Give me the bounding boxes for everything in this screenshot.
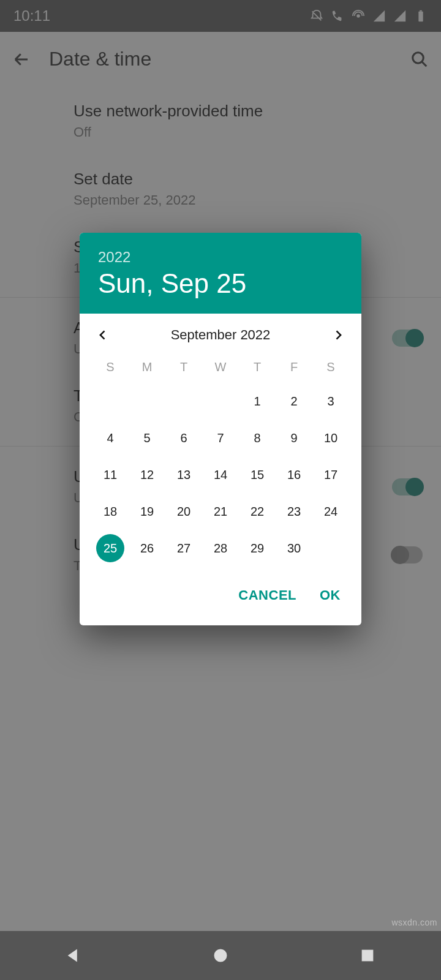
selected-date-headline[interactable]: Sun, Sep 25 [98,268,343,299]
weekday-label: T [165,352,202,383]
calendar-day[interactable]: 27 [165,530,202,567]
calendar-week: 45678910 [92,420,349,456]
ok-button[interactable]: OK [310,579,350,612]
calendar-empty [165,383,202,420]
date-picker-dialog: 2022 Sun, Sep 25 September 2022 SMTWTFS … [80,233,361,625]
calendar-day[interactable]: 2 [276,383,312,420]
weekday-label: S [312,352,349,383]
calendar-day[interactable]: 7 [202,420,239,456]
calendar-week: 123 [92,383,349,420]
calendar-day[interactable]: 4 [92,420,129,456]
calendar-day[interactable]: 15 [239,456,276,493]
calendar-day[interactable]: 5 [129,420,165,456]
weekday-label: T [239,352,276,383]
weekday-label: S [92,352,129,383]
calendar-day[interactable]: 18 [92,493,129,530]
cancel-button[interactable]: CANCEL [227,579,307,612]
calendar-empty [129,383,165,420]
weekday-label: W [202,352,239,383]
calendar-day[interactable]: 24 [312,493,349,530]
calendar-empty [92,383,129,420]
calendar-day[interactable]: 25 [96,534,124,562]
system-nav-bar [0,931,441,980]
calendar-empty [202,383,239,420]
calendar-day[interactable]: 30 [276,530,312,567]
calendar-day[interactable]: 22 [239,493,276,530]
calendar-day[interactable]: 26 [129,530,165,567]
calendar-day[interactable]: 10 [312,420,349,456]
calendar-day[interactable]: 29 [239,530,276,567]
calendar-day[interactable]: 28 [202,530,239,567]
calendar-day[interactable]: 20 [165,493,202,530]
month-navigator: September 2022 [80,314,361,345]
calendar-day[interactable]: 14 [202,456,239,493]
calendar-day[interactable]: 3 [312,383,349,420]
prev-month-button[interactable] [97,329,109,341]
calendar-week: 252627282930 [92,530,349,567]
calendar-day[interactable]: 19 [129,493,165,530]
nav-recent-icon[interactable] [359,947,376,964]
weekday-label: F [276,352,312,383]
next-month-button[interactable] [332,329,344,341]
calendar-day[interactable]: 1 [239,383,276,420]
calendar-week: 11121314151617 [92,456,349,493]
calendar-grid: SMTWTFS 12345678910111213141516171819202… [80,345,361,567]
watermark: wsxdn.com [391,918,437,927]
calendar-day[interactable]: 6 [165,420,202,456]
svg-rect-5 [362,950,374,962]
dialog-actions: CANCEL OK [80,567,361,625]
weekday-label: M [129,352,165,383]
month-year-label: September 2022 [171,327,271,343]
calendar-day[interactable]: 21 [202,493,239,530]
calendar-day[interactable]: 17 [312,456,349,493]
calendar-day[interactable]: 16 [276,456,312,493]
calendar-day[interactable]: 23 [276,493,312,530]
weekday-header: SMTWTFS [92,352,349,383]
dialog-header: 2022 Sun, Sep 25 [80,233,361,314]
svg-point-4 [214,949,227,962]
calendar-day[interactable]: 13 [165,456,202,493]
calendar-day[interactable]: 8 [239,420,276,456]
selected-year[interactable]: 2022 [98,249,343,266]
nav-home-icon[interactable] [212,947,229,964]
nav-back-icon[interactable] [65,947,82,964]
calendar-day[interactable]: 12 [129,456,165,493]
calendar-day[interactable]: 9 [276,420,312,456]
calendar-empty [312,530,349,567]
calendar-week: 18192021222324 [92,493,349,530]
calendar-day[interactable]: 11 [92,456,129,493]
